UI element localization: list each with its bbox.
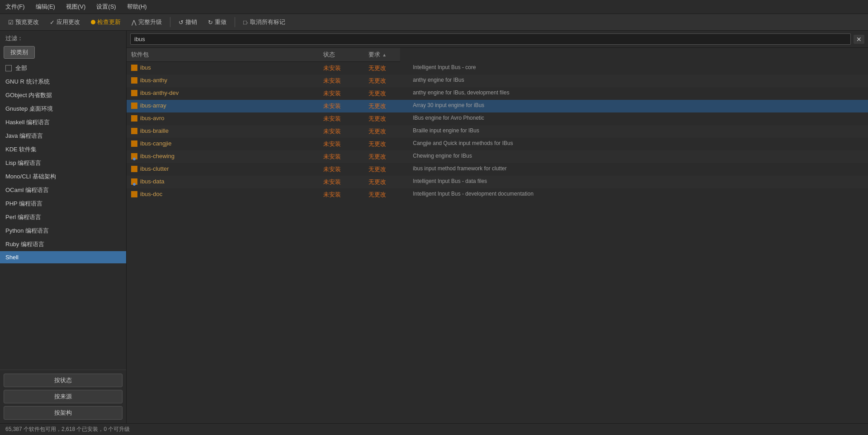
menu-settings[interactable]: 设置(S) [94,2,118,12]
package-req: 无更改 [364,138,400,150]
package-state: 未安装 [319,163,364,176]
filter-by-status-button[interactable]: 按状态 [4,374,123,387]
package-desc: anthy engine for IBus [400,75,868,87]
package-icon [131,77,137,84]
package-desc: IBus engine for Avro Phonetic [400,112,868,125]
category-tabs: 按类别 [0,44,126,61]
pkg-name-cell: ibus-anthy [127,75,319,84]
menu-view[interactable]: 视图(V) [64,2,87,12]
check-update-button[interactable]: 检查更新 [86,16,125,28]
apply-button[interactable]: ✓ 应用更改 [45,16,85,28]
package-name: ibus-chewing [140,153,175,159]
toolbar: ☑ 预览更改 ✓ 应用更改 检查更新 ⋀ 完整升级 ↺ 撤销 ↻ 重做 □· 取… [0,14,868,31]
preview-button[interactable]: ☑ 预览更改 [4,16,43,28]
category-item-ruby[interactable]: Ruby 编程语言 [0,238,126,251]
package-icon [131,178,137,185]
package-req: 无更改 [364,87,400,100]
package-icon [131,153,137,159]
col-header-package[interactable]: 软件包 [127,48,319,62]
pkg-name-cell: ibus-clutter [127,163,319,173]
package-icon [131,103,137,109]
category-item-shell[interactable]: Shell [0,251,126,263]
menu-help[interactable]: 帮助(H) [125,2,149,12]
package-desc: Array 30 input engine for iBus [400,100,868,112]
category-item-kde[interactable]: KDE 软件集 [0,143,126,156]
toolbar-separator-2 [235,17,235,27]
package-name: ibus-braille [140,127,169,134]
category-item-mono[interactable]: Mono/CLI 基础架构 [0,170,126,183]
pkg-name-cell: ibus-chewing [127,150,319,160]
category-item-python[interactable]: Python 编程语言 [0,224,126,238]
category-item-lisp[interactable]: Lisp 编程语言 [0,156,126,170]
package-name: ibus-anthy [140,77,167,84]
cancel-marks-button[interactable]: □· 取消所有标记 [239,16,290,28]
package-name: ibus-data [140,178,164,185]
undo-button[interactable]: ↺ 撤销 [174,16,202,28]
package-icon [131,115,137,122]
package-req: 无更改 [364,188,400,201]
tab-by-category[interactable]: 按类别 [4,46,35,59]
category-item-all[interactable]: 全部 [0,61,126,75]
package-desc: Cangjie and Quick input methods for IBus [400,138,868,150]
package-state: 未安装 [319,176,364,188]
col-header-req[interactable]: 要求 ▲ [364,48,400,62]
package-state: 未安装 [319,87,364,100]
package-name: ibus-clutter [140,165,169,172]
package-name: ibus [140,64,151,71]
category-item-ocaml[interactable]: OCaml 编程语言 [0,183,126,197]
category-item-perl[interactable]: Perl 编程语言 [0,210,126,224]
package-state: 未安装 [319,125,364,138]
package-name: ibus-doc [140,191,162,197]
package-name: ibus-avro [140,115,164,122]
undo-icon: ↺ [179,19,184,26]
pkg-name-cell: ibus-anthy-dev [127,87,319,97]
pkg-name-cell: ibus [127,62,319,72]
filter-by-arch-button[interactable]: 按架构 [4,406,123,420]
redo-button[interactable]: ↻ 重做 [203,16,231,28]
package-req: 无更改 [364,75,400,87]
redo-icon: ↻ [208,19,213,26]
category-item-gnur[interactable]: GNU R 统计系统 [0,75,126,89]
package-icon [131,166,137,172]
package-state: 未安装 [319,75,364,87]
package-req: 无更改 [364,112,400,125]
package-req: 无更改 [364,125,400,138]
menu-file[interactable]: 文件(F) [4,2,27,12]
package-req: 无更改 [364,163,400,176]
filter-label: 过滤： [0,31,126,44]
apply-icon: ✓ [50,19,55,26]
package-icon [131,140,137,147]
package-icon [131,128,137,134]
all-checkbox[interactable] [5,65,12,71]
search-clear-button[interactable]: ✕ [854,35,864,44]
package-desc: anthy engine for IBus, development files [400,87,868,100]
sidebar-filter-buttons: 按状态 按来源 按架构 [0,370,126,423]
package-desc: ibus input method framework for clutter [400,163,868,176]
category-item-gobject[interactable]: GObject 内省数据 [0,89,126,102]
package-desc: Chewing engine for IBus [400,150,868,163]
package-table: 软件包 状态 要求 ▲ ibus未安装无更改 [127,48,868,201]
menubar: 文件(F) 编辑(E) 视图(V) 设置(S) 帮助(H) [0,0,868,14]
upgrade-button[interactable]: ⋀ 完整升级 [127,16,166,28]
category-item-java[interactable]: Java 编程语言 [0,129,126,143]
pkg-name-cell: ibus-cangjie [127,138,319,148]
filter-by-source-button[interactable]: 按来源 [4,390,123,403]
package-icon [131,65,137,71]
package-table-container: 软件包 状态 要求 ▲ ibus未安装无更改 [127,48,868,423]
menu-edit[interactable]: 编辑(E) [34,2,57,12]
package-name: ibus-cangjie [140,140,171,147]
pkg-name-cell: ibus-avro [127,112,319,122]
search-input[interactable] [130,33,851,45]
package-desc: Braille input engine for IBus [400,125,868,138]
circle-icon [91,19,95,26]
package-state: 未安装 [319,188,364,201]
category-item-haskell[interactable]: Haskell 编程语言 [0,116,126,129]
search-bar: ✕ [127,31,868,48]
col-header-state[interactable]: 状态 [319,48,364,62]
toolbar-separator-1 [170,17,170,27]
category-item-php[interactable]: PHP 编程语言 [0,197,126,210]
package-desc: Intelligent Input Bus - data files [400,176,868,188]
pkg-name-cell: ibus-array [127,100,319,110]
package-desc: Intelligent Input Bus - core [400,62,868,75]
category-item-gnustep[interactable]: Gnustep 桌面环境 [0,102,126,116]
